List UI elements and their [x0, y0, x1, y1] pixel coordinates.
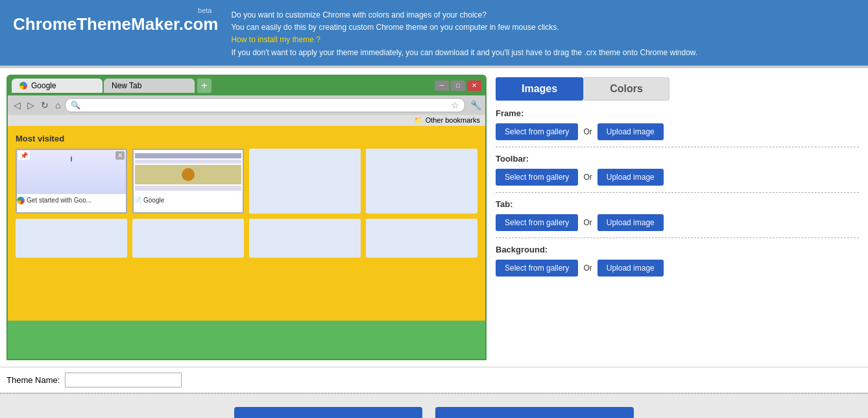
- theme-name-row: Theme Name:: [0, 367, 868, 393]
- tab-upload-button[interactable]: Upload image: [597, 214, 664, 231]
- google-tab-label: Google: [31, 81, 56, 90]
- chrome-titlebar: Google New Tab + ─ □ ✕: [8, 76, 485, 95]
- header: beta ChromeThemeMaker.com Do you want to…: [0, 0, 868, 66]
- toolbar-or-text: Or: [583, 173, 592, 182]
- main-content: Google New Tab + ─ □ ✕ ◁ ▷ ↻ ⌂ 🔍 ☆: [0, 68, 868, 367]
- minimize-button[interactable]: ─: [435, 80, 449, 91]
- close-button[interactable]: ✕: [467, 80, 481, 91]
- colors-tab[interactable]: Colors: [583, 77, 669, 101]
- background-gallery-button[interactable]: Select from gallery: [496, 260, 578, 277]
- thumbnail-4: [366, 149, 477, 214]
- thumbnail-1: 📌 ✕: [16, 149, 127, 214]
- toolbar-gallery-button[interactable]: Select from gallery: [496, 169, 578, 186]
- toolbar-row: Select from gallery Or Upload image: [496, 169, 859, 186]
- beta-label: beta: [13, 6, 211, 14]
- background-upload-button[interactable]: Upload image: [597, 260, 664, 277]
- tab-label: Tab:: [496, 199, 859, 209]
- chrome-body: Most visited 📌 ✕: [8, 126, 485, 321]
- thumbnail-row2: [16, 219, 477, 258]
- frame-divider: [496, 147, 859, 147]
- toolbar-divider: [496, 192, 859, 193]
- thumb2-1: [16, 219, 127, 258]
- thumb-controls-1: 📌 ✕: [18, 151, 125, 160]
- thumbnail-2: 📄 Google: [132, 149, 244, 214]
- new-tab: New Tab: [104, 79, 195, 93]
- thumb-label-2: 📄 Google: [134, 197, 243, 204]
- thumb-text-1: Get started with Goo...: [27, 197, 91, 204]
- chrome-preview: Google New Tab + ─ □ ✕ ◁ ▷ ↻ ⌂ 🔍 ☆: [6, 75, 487, 360]
- bookmark-star-icon: ☆: [451, 100, 459, 110]
- background-label: Background:: [496, 245, 859, 254]
- tab-gallery-button[interactable]: Select from gallery: [496, 214, 578, 231]
- maximize-button[interactable]: □: [451, 80, 465, 91]
- frame-label: Frame:: [496, 108, 859, 118]
- thumb2-4: [366, 219, 477, 258]
- most-visited-label: Most visited: [16, 134, 477, 143]
- theme-name-input[interactable]: [65, 373, 182, 387]
- tab-row: Select from gallery Or Upload image: [496, 214, 859, 231]
- background-or-text: Or: [583, 264, 592, 273]
- chrome-tab-area: Google New Tab +: [12, 79, 432, 93]
- chrome-tab: Google: [12, 79, 102, 93]
- thumb2-2: [132, 219, 244, 258]
- thumb-screenshot-2: [134, 150, 243, 194]
- search-icon: 🔍: [71, 101, 80, 110]
- bottom-bar: Apply Theme Compile and Download: [0, 394, 868, 418]
- thumbnail-3: [249, 149, 361, 214]
- tab-divider: [496, 238, 859, 238]
- install-link[interactable]: How to install my theme ?: [231, 35, 320, 44]
- thumb-text-2: Google: [143, 197, 164, 204]
- info-line1: Do you want to customize Chrome with col…: [231, 9, 697, 21]
- background-row: Select from gallery Or Upload image: [496, 260, 859, 277]
- refresh-button[interactable]: ↻: [39, 100, 51, 110]
- folder-icon: 📁: [414, 116, 423, 125]
- thumb-label-1: Get started with Goo...: [17, 197, 126, 204]
- site-name: ChromeThemeMaker.com: [13, 14, 218, 34]
- frame-upload-button[interactable]: Upload image: [597, 123, 664, 140]
- wrench-icon[interactable]: 🔧: [470, 100, 481, 110]
- apply-theme-button[interactable]: Apply Theme: [234, 407, 422, 418]
- frame-or-text: Or: [583, 127, 592, 136]
- back-button[interactable]: ◁: [12, 100, 23, 110]
- google-logo-tab: [19, 82, 27, 90]
- header-info: Do you want to customize Chrome with col…: [231, 6, 697, 59]
- theme-name-label: Theme Name:: [6, 375, 60, 385]
- bookmarks-bar: 📁 Other bookmarks: [8, 115, 485, 126]
- frame-gallery-button[interactable]: Select from gallery: [496, 123, 578, 140]
- pin-icon: 📌: [18, 151, 30, 160]
- new-tab-button[interactable]: +: [197, 79, 211, 93]
- info-line2: You can easily do this by creating custo…: [231, 21, 697, 34]
- frame-row: Select from gallery Or Upload image: [496, 123, 859, 140]
- thumbnail-grid: 📌 ✕: [16, 149, 477, 214]
- thumb2-3: [249, 219, 361, 258]
- images-tab[interactable]: Images: [496, 77, 583, 101]
- window-buttons: ─ □ ✕: [435, 80, 481, 91]
- new-tab-label: New Tab: [112, 81, 141, 90]
- forward-button[interactable]: ▷: [25, 100, 36, 110]
- tab-or-text: Or: [583, 218, 592, 227]
- address-bar[interactable]: 🔍 ☆: [65, 98, 465, 112]
- chrome-toolbar: ◁ ▷ ↻ ⌂ 🔍 ☆ 🔧: [8, 95, 485, 115]
- thumb-g-logo-1: [17, 197, 25, 204]
- doc-icon-2: 📄: [134, 197, 141, 204]
- toolbar-upload-button[interactable]: Upload image: [597, 169, 664, 186]
- tab-buttons: Images Colors: [496, 77, 859, 101]
- thumb-close-icon[interactable]: ✕: [115, 151, 125, 160]
- bookmarks-label: Other bookmarks: [426, 116, 480, 124]
- info-line3: If you don't want to apply your theme im…: [231, 47, 697, 59]
- logo-area: beta ChromeThemeMaker.com: [13, 6, 218, 34]
- compile-download-button[interactable]: Compile and Download: [435, 407, 634, 418]
- home-button[interactable]: ⌂: [53, 100, 62, 110]
- right-panel: Images Colors Frame: Select from gallery…: [493, 75, 862, 360]
- toolbar-label: Toolbar:: [496, 154, 859, 164]
